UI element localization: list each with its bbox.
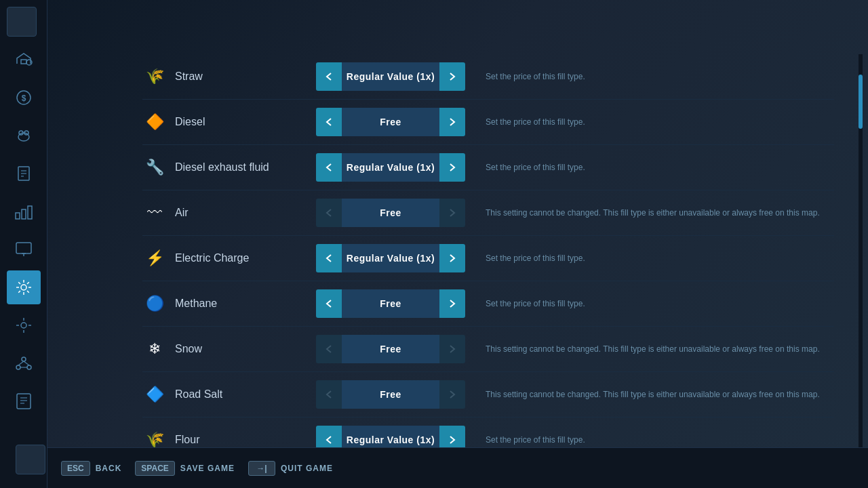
increase-btn-diesel[interactable]: [439, 108, 465, 136]
setting-description-road-salt: This setting cannot be changed. This fil…: [465, 389, 834, 401]
increase-btn-straw[interactable]: [439, 62, 465, 91]
setting-control-methane: Free: [316, 289, 465, 318]
setting-control-air: Free: [316, 199, 465, 227]
increase-btn-methane[interactable]: [439, 289, 465, 318]
decrease-btn-methane[interactable]: [316, 289, 342, 318]
svg-point-18: [21, 323, 26, 328]
sidebar-item-farm[interactable]: [7, 43, 41, 77]
control-value-air: Free: [342, 199, 439, 227]
svg-line-22: [18, 361, 24, 365]
setting-description-straw: Set the price of this fill type.: [465, 71, 834, 83]
decrease-btn-air: [316, 199, 342, 227]
setting-row-diesel-exhaust: 🔧 Diesel exhaust fluid Regular Value (1x…: [142, 145, 834, 190]
increase-btn-flour[interactable]: [439, 426, 465, 447]
setting-name-air: Air: [167, 207, 316, 219]
svg-point-19: [22, 357, 26, 361]
setting-name-diesel-exhaust: Diesel exhaust fluid: [167, 161, 316, 174]
setting-control-electric-charge: Regular Value (1x): [316, 244, 465, 272]
setting-name-road-salt: Road Salt: [167, 388, 316, 401]
page-title: [47, 0, 868, 34]
setting-description-diesel: Set the price of this fill type.: [465, 117, 834, 128]
key-badge-→|: →|: [248, 461, 275, 476]
decrease-btn-road-salt: [316, 380, 342, 409]
setting-name-snow: Snow: [167, 343, 316, 355]
increase-btn-air: [439, 199, 465, 227]
sidebar-item-animals[interactable]: [7, 119, 41, 152]
control-value-straw: Regular Value (1x): [342, 62, 439, 91]
setting-name-methane: Methane: [167, 298, 316, 310]
setting-name-electric-charge: Electric Charge: [167, 252, 316, 264]
setting-control-road-salt: Free: [316, 380, 465, 409]
sidebar-item-network[interactable]: [7, 346, 41, 380]
sidebar-item-production[interactable]: [7, 195, 41, 228]
setting-icon-methane: 🔵: [142, 291, 167, 316]
main-content: 🌾 Straw Regular Value (1x) Set the price…: [47, 0, 868, 447]
bottom-btn-quit-game[interactable]: →| QUIT GAME: [248, 461, 333, 476]
svg-text:$: $: [21, 94, 26, 103]
setting-description-methane: Set the price of this fill type.: [465, 298, 834, 310]
setting-control-diesel: Free: [316, 108, 465, 136]
svg-rect-12: [22, 209, 26, 219]
setting-description-diesel-exhaust: Set the price of this fill type.: [465, 162, 834, 174]
control-value-road-salt: Free: [342, 380, 439, 409]
key-badge-SPACE: SPACE: [135, 461, 174, 476]
setting-row-diesel: 🔶 Diesel Free Set the price of this fill…: [142, 100, 834, 145]
bottom-bar: ESC BACK SPACE SAVE GAME →| QUIT GAME: [47, 447, 868, 488]
key-label-QUIT GAME: QUIT GAME: [281, 464, 333, 473]
setting-description-air: This setting cannot be changed. This fil…: [465, 207, 834, 219]
bottom-btn-back[interactable]: ESC BACK: [61, 461, 121, 476]
setting-icon-road-salt: 🔷: [142, 382, 167, 407]
decrease-btn-electric-charge[interactable]: [316, 244, 342, 272]
sidebar-item-contracts[interactable]: [7, 157, 41, 190]
svg-rect-0: [21, 60, 26, 64]
bottom-btn-save-game[interactable]: SPACE SAVE GAME: [135, 461, 235, 476]
svg-point-1: [26, 60, 32, 65]
control-value-flour: Regular Value (1x): [342, 426, 439, 447]
scrollbar-thumb: [859, 75, 863, 129]
sidebar-item-help[interactable]: [7, 384, 41, 418]
setting-name-diesel: Diesel: [167, 116, 316, 128]
key-badge-ESC: ESC: [61, 461, 90, 476]
setting-row-methane: 🔵 Methane Free Set the price of this fil…: [142, 281, 834, 327]
setting-row-straw: 🌾 Straw Regular Value (1x) Set the price…: [142, 54, 834, 100]
increase-btn-snow: [439, 335, 465, 363]
increase-btn-electric-charge[interactable]: [439, 244, 465, 272]
increase-btn-diesel-exhaust[interactable]: [439, 153, 465, 182]
control-value-methane: Free: [342, 289, 439, 318]
control-value-diesel-exhaust: Regular Value (1x): [342, 153, 439, 182]
decrease-btn-flour[interactable]: [316, 426, 342, 447]
svg-point-17: [21, 285, 26, 290]
key-label-BACK: BACK: [96, 464, 122, 473]
control-value-diesel: Free: [342, 108, 439, 136]
svg-line-23: [24, 361, 29, 365]
sidebar-item-monitor[interactable]: [7, 232, 41, 266]
setting-description-electric-charge: Set the price of this fill type.: [465, 253, 834, 264]
setting-row-flour: 🌾 Flour Regular Value (1x) Set the price…: [142, 418, 834, 447]
svg-point-20: [16, 365, 20, 369]
key-label-SAVE GAME: SAVE GAME: [180, 464, 235, 473]
sidebar-item-game-settings[interactable]: [7, 270, 41, 304]
decrease-btn-diesel-exhaust[interactable]: [316, 153, 342, 182]
settings-list: 🌾 Straw Regular Value (1x) Set the price…: [142, 54, 848, 447]
setting-row-snow: ❄ Snow Free This setting cannot be chang…: [142, 327, 834, 372]
decrease-btn-diesel[interactable]: [316, 108, 342, 136]
sidebar-item-settings2[interactable]: [7, 308, 41, 342]
setting-icon-snow: ❄: [142, 337, 167, 361]
e-button[interactable]: [16, 445, 45, 474]
decrease-btn-straw[interactable]: [316, 62, 342, 91]
scrollbar-track[interactable]: [859, 54, 863, 447]
setting-row-road-salt: 🔷 Road Salt Free This setting cannot be …: [142, 372, 834, 418]
setting-description-snow: This setting cannot be changed. This fil…: [465, 344, 834, 355]
setting-icon-air: 〰: [142, 201, 167, 225]
setting-row-air: 〰 Air Free This setting cannot be change…: [142, 190, 834, 236]
setting-control-straw: Regular Value (1x): [316, 62, 465, 91]
setting-name-straw: Straw: [167, 70, 316, 83]
setting-description-flour: Set the price of this fill type.: [465, 434, 834, 446]
svg-rect-25: [17, 394, 31, 409]
setting-control-diesel-exhaust: Regular Value (1x): [316, 153, 465, 182]
sidebar-item-economy[interactable]: $: [7, 81, 41, 115]
setting-row-electric-charge: ⚡ Electric Charge Regular Value (1x) Set…: [142, 236, 834, 281]
setting-control-flour: Regular Value (1x): [316, 426, 465, 447]
svg-point-21: [27, 365, 31, 369]
q-button[interactable]: [7, 7, 37, 37]
